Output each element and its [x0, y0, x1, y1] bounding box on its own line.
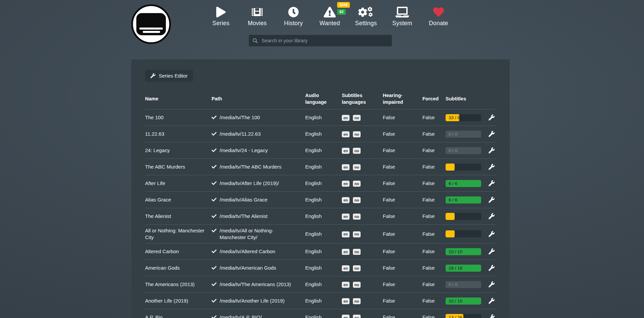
series-name[interactable]: Another Life (2019)	[145, 295, 212, 307]
edit-series-button[interactable]	[489, 265, 495, 271]
edit-series-button[interactable]	[489, 131, 495, 137]
nav-item-series[interactable]: Series	[203, 5, 239, 27]
nav-item-wanted[interactable]: 224662 Wanted	[312, 5, 348, 27]
bazarr-logo[interactable]	[131, 4, 171, 44]
nav-item-history[interactable]: History	[275, 5, 312, 27]
check-icon	[212, 214, 217, 219]
series-path: /media/tv/All or Nothing- Manchester Cit…	[220, 227, 301, 240]
language-chip: no	[353, 249, 361, 255]
edit-series-button[interactable]	[489, 231, 495, 237]
forced-value: False	[422, 161, 446, 173]
nav-badges: 224662	[337, 2, 350, 15]
check-icon	[212, 282, 217, 287]
forced-value: False	[422, 262, 446, 274]
subtitles-progress-label: 6 / 6	[449, 196, 457, 203]
edit-series-button[interactable]	[489, 147, 495, 153]
series-name[interactable]: 11.22.63	[145, 128, 212, 140]
series-editor-button[interactable]: Series Editor	[145, 70, 193, 82]
wanted-count-badge: 2246	[337, 2, 350, 8]
subtitles-progress-label: 0 / 0	[449, 131, 457, 138]
hearing-impaired-value: False	[383, 295, 422, 307]
nav-item-donate[interactable]: Donate	[420, 5, 457, 27]
subtitles-progress-label: 0 / 0	[449, 281, 457, 288]
nav-item-settings[interactable]: Settings	[348, 5, 384, 27]
wrench-icon	[489, 147, 495, 153]
table-row: 24: Legacy /media/tv/24 - Legacy English…	[145, 142, 496, 158]
language-chip: no	[353, 148, 361, 154]
subtitles-progress-bar: 6 / 6	[446, 180, 481, 187]
series-name[interactable]: The 100	[145, 111, 212, 124]
series-name[interactable]: The Alienist	[145, 210, 212, 222]
wrench-icon	[489, 164, 495, 170]
subtitles-progress-bar: 6 / 6	[446, 196, 481, 203]
nav-label: Movies	[248, 20, 267, 27]
series-name[interactable]: All or Nothing: Manchester City	[145, 225, 212, 243]
subtitles-languages-chips: enno	[342, 194, 383, 206]
hearing-impaired-value: False	[383, 144, 422, 156]
language-chip: no	[353, 164, 361, 170]
table-row: After Life /media/tv/After Life (2019)/ …	[145, 175, 496, 191]
play-icon	[216, 7, 226, 17]
series-path: /media/tv/24 - Legacy	[220, 147, 268, 154]
bazarr-app: Series Movies History 224662 Wanted Sett…	[0, 0, 644, 318]
edit-series-button[interactable]	[489, 248, 495, 255]
search-input[interactable]	[261, 38, 388, 44]
search-bar	[249, 35, 392, 46]
edit-series-button[interactable]	[489, 281, 495, 287]
audio-language-value: English	[305, 262, 342, 274]
nav-label: Series	[213, 20, 230, 27]
hearing-impaired-value: False	[383, 278, 422, 290]
wrench-icon	[489, 115, 495, 121]
forced-value: False	[422, 245, 446, 258]
audio-language-value: English	[305, 278, 342, 290]
subtitles-progress-bar	[446, 164, 481, 171]
subtitles-progress-fill	[446, 230, 455, 237]
table-row: The Americans (2013) /media/tv/The Ameri…	[145, 276, 496, 292]
forced-value: False	[422, 194, 446, 206]
series-path: /media/tv/The Alienist	[220, 213, 268, 220]
series-name[interactable]: Alias Grace	[145, 194, 212, 206]
subtitles-progress-fill	[446, 164, 455, 171]
main-nav: Series Movies History 224662 Wanted Sett…	[203, 5, 457, 27]
language-chip: en	[342, 298, 350, 304]
language-chip: no	[353, 265, 361, 271]
series-path: /media/tv/Altered Carbon	[220, 248, 275, 255]
edit-series-button[interactable]	[489, 164, 495, 170]
wanted-count-badge: 62	[337, 9, 346, 15]
edit-series-button[interactable]	[489, 298, 495, 304]
subtitles-progress-bar: 13 / 26	[446, 314, 481, 318]
edit-series-button[interactable]	[489, 213, 495, 219]
edit-series-button[interactable]	[489, 197, 495, 203]
subtitles-progress-bar: 10 / 10	[446, 248, 481, 255]
series-path: /media/tv/American Gods	[220, 265, 276, 271]
series-path: /media/tv/After Life (2019)/	[220, 180, 279, 187]
subtitles-progress-bar: 0 / 0	[446, 147, 481, 154]
hearing-impaired-value: False	[383, 262, 422, 274]
series-name[interactable]: A.P. Bio	[145, 311, 212, 318]
wrench-icon	[489, 231, 495, 237]
nav-item-system[interactable]: System	[384, 5, 420, 27]
nav-label: Donate	[429, 20, 448, 27]
audio-language-value: English	[305, 128, 342, 140]
logo-tv-shape-icon	[136, 13, 166, 35]
series-name[interactable]: American Gods	[145, 262, 212, 274]
edit-series-button[interactable]	[489, 314, 495, 318]
series-name[interactable]: The Americans (2013)	[145, 278, 212, 290]
series-editor-label: Series Editor	[159, 73, 188, 79]
series-name[interactable]: The ABC Murders	[145, 161, 212, 173]
column-header-subtitles: Subtitles	[446, 96, 489, 102]
audio-language-value: English	[305, 144, 342, 156]
nav-item-movies[interactable]: Movies	[239, 5, 275, 27]
series-name[interactable]: After Life	[145, 177, 212, 189]
check-icon	[212, 197, 217, 202]
nav-label: Settings	[355, 20, 377, 27]
edit-series-button[interactable]	[489, 180, 495, 186]
series-name[interactable]: 24: Legacy	[145, 144, 212, 156]
series-name[interactable]: Altered Carbon	[145, 245, 212, 258]
nav-label: System	[392, 20, 412, 27]
edit-series-button[interactable]	[489, 115, 495, 121]
subtitles-progress-label: 13 / 26	[449, 314, 462, 318]
series-path: /media/tv/11.22.63	[220, 131, 261, 137]
laptop-icon	[396, 7, 409, 17]
table-row: A.P. Bio /media/tv/A.P. BIO/ English enn…	[145, 309, 496, 318]
